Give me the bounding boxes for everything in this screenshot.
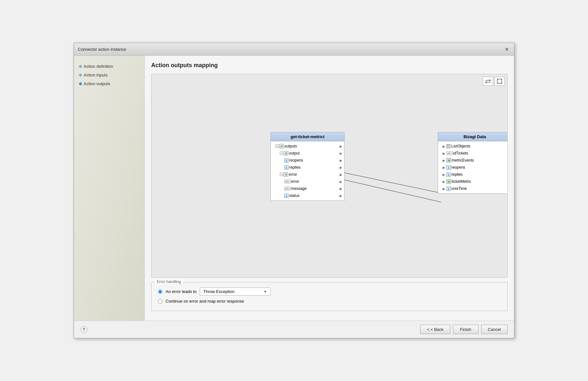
- node-row: − ⊞ outputs ▶: [271, 143, 344, 150]
- dropdown-arrow-icon: ▼: [263, 290, 267, 294]
- footer: ? < < Back Finish Cancel: [74, 321, 514, 338]
- arrow-right-icon: ▶: [340, 180, 342, 183]
- node-row: ▶ ListObjects: [438, 143, 508, 150]
- sidebar: Action definition Action inputs Action o…: [74, 56, 145, 321]
- diamond-icon: [78, 65, 82, 68]
- container-icon: ⊞: [284, 151, 288, 155]
- target-node-body: ▶ ListObjects ▶ abc idTickets: [438, 141, 508, 193]
- arrow-right-icon: ▶: [340, 166, 342, 169]
- row-label: error: [289, 172, 297, 177]
- abc-icon: abc: [446, 151, 453, 155]
- node-row: − ⊞ error ▶: [271, 171, 344, 178]
- row-label: unixTime: [451, 186, 467, 191]
- gear-icon: ⊕: [446, 179, 451, 184]
- arrow-left-icon: ▶: [443, 180, 445, 183]
- sidebar-item-action-outputs[interactable]: Action outputs: [79, 79, 139, 88]
- arrow-left-icon: ▶: [443, 152, 445, 155]
- error-leads-to-row: An error leads to Throw Exception ▼: [158, 288, 501, 296]
- help-button[interactable]: ?: [80, 326, 87, 333]
- abc-icon: abc: [284, 187, 290, 191]
- abc-icon: abc: [284, 180, 290, 183]
- row-label: status: [289, 193, 299, 198]
- back-button[interactable]: < < Back: [420, 325, 450, 334]
- row-label: outputs: [284, 144, 297, 148]
- sidebar-item-label: Action outputs: [84, 81, 110, 86]
- node-row: ▶ ⊕ metricEvents: [438, 157, 508, 164]
- page-title: Action outputs mapping: [151, 62, 508, 69]
- fieldset-legend: Error handling: [155, 279, 183, 284]
- node-row: ▶ 1 unixTime: [438, 185, 508, 192]
- target-node: Bizagi Data ▶ ListObjects ▶ ab: [438, 132, 508, 194]
- mapping-area: get-ticket-metrict − ⊞ outputs ▶: [151, 74, 508, 278]
- title-bar: Connector action instance ✕: [74, 43, 514, 56]
- arrow-left-icon: ▶: [443, 187, 445, 191]
- dialog: Connector action instance ✕ Action defin…: [74, 43, 514, 338]
- error-leads-to-radio[interactable]: [158, 289, 162, 294]
- svg-line-8: [343, 180, 441, 202]
- close-button[interactable]: ✕: [503, 46, 510, 53]
- arrow-left-icon: ▶: [443, 166, 445, 169]
- source-node-header: get-ticket-metrict: [271, 132, 344, 141]
- num-icon: 1: [284, 165, 289, 170]
- target-node-header: Bizagi Data: [438, 132, 508, 141]
- finish-button[interactable]: Finish: [453, 325, 479, 334]
- row-label: output: [289, 151, 299, 155]
- node-row: ▶ 1 reopens: [438, 164, 508, 171]
- row-label: metricEvents: [452, 158, 474, 163]
- arrow-left-icon: ▶: [443, 173, 445, 176]
- container-icon: ⊞: [279, 144, 284, 148]
- row-label: ticketMetric: [452, 179, 471, 184]
- row-label: replies: [451, 172, 463, 177]
- grid-icon: [446, 144, 451, 148]
- sidebar-item-action-inputs[interactable]: Action inputs: [79, 71, 139, 79]
- sidebar-item-label: Action inputs: [84, 73, 107, 77]
- dialog-title: Connector action instance: [78, 47, 126, 52]
- continue-on-error-radio[interactable]: [158, 299, 162, 304]
- error-handling-fieldset: Error handling An error leads to Throw E…: [151, 282, 508, 311]
- node-row: abc error ▶: [271, 178, 344, 185]
- minus-icon: −: [280, 173, 283, 176]
- arrow-left-icon: ▶: [443, 145, 445, 148]
- arrow-right-icon: ▶: [340, 187, 342, 191]
- node-row: ▶ ⊕ ticketMetric: [438, 178, 508, 185]
- node-row: 1 replies ▶: [271, 164, 344, 171]
- row-label: reopens: [451, 165, 465, 170]
- mapping-canvas: get-ticket-metrict − ⊞ outputs ▶: [152, 74, 507, 277]
- diamond-icon: [78, 82, 82, 85]
- node-row: ▶ 1 replies: [438, 171, 508, 178]
- svg-line-7: [343, 173, 441, 193]
- num-icon: 1: [446, 173, 451, 177]
- node-row: ▶ abc idTickets: [438, 150, 508, 157]
- source-node: get-ticket-metrict − ⊞ outputs ▶: [271, 132, 345, 201]
- throw-exception-dropdown[interactable]: Throw Exception ▼: [200, 288, 271, 296]
- diamond-icon: [78, 73, 82, 77]
- cancel-button[interactable]: Cancel: [481, 325, 508, 334]
- row-label: message: [291, 186, 307, 191]
- dropdown-value: Throw Exception: [203, 289, 260, 294]
- arrow-right-icon: ▶: [340, 173, 342, 176]
- arrow-right-icon: ▶: [340, 194, 342, 198]
- error-handling-section: Error handling An error leads to Throw E…: [151, 282, 508, 311]
- num-icon: 1: [446, 165, 451, 170]
- row-label: ListObjects: [451, 144, 470, 148]
- node-row: 1 reopens ▶: [271, 157, 344, 164]
- node-row: 1 status ▶: [271, 192, 344, 199]
- gear-icon: ⊕: [446, 158, 451, 163]
- sidebar-item-label: Action definition: [84, 64, 113, 69]
- node-row: − ⊞ output ▶: [271, 150, 344, 157]
- row-label: reopens: [289, 158, 303, 163]
- source-node-body: − ⊞ outputs ▶ − ⊞ output ▶: [271, 141, 344, 200]
- arrow-right-icon: ▶: [340, 152, 342, 155]
- sidebar-item-action-definition[interactable]: Action definition: [79, 62, 139, 71]
- minus-icon: −: [275, 145, 279, 148]
- content-area: Action definition Action inputs Action o…: [74, 56, 514, 321]
- node-row: abc message ▶: [271, 185, 344, 192]
- row-label: replies: [289, 165, 300, 170]
- arrow-right-icon: ▶: [340, 145, 342, 148]
- row-label: idTickets: [453, 151, 468, 155]
- footer-buttons: < < Back Finish Cancel: [420, 325, 508, 334]
- num-icon: 1: [284, 194, 289, 198]
- container-icon: ⊞: [284, 172, 288, 177]
- num-icon: 1: [446, 187, 451, 191]
- continue-on-error-label: Continue on error and map error response: [166, 299, 244, 304]
